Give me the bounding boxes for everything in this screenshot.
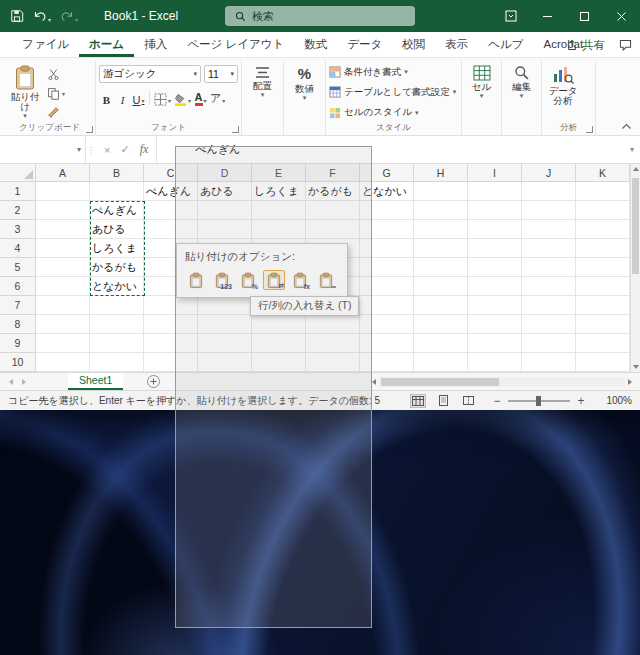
cell-F2[interactable] — [306, 201, 360, 220]
sheet-tab-sheet1[interactable]: Sheet1 — [68, 373, 123, 390]
page-break-view-button[interactable] — [460, 394, 476, 408]
paste-option-transpose[interactable]: ⇄ — [263, 270, 285, 290]
sheet-nav-left-icon[interactable] — [9, 379, 13, 385]
cell-H6[interactable] — [414, 277, 468, 296]
fill-color-button[interactable]: ▾ — [173, 89, 192, 106]
fill-color-dropdown-arrow[interactable]: ▾ — [188, 97, 191, 106]
cell-C10[interactable] — [144, 353, 198, 372]
cell-K5[interactable] — [576, 258, 630, 277]
cell-H5[interactable] — [414, 258, 468, 277]
cell-B2[interactable]: ぺんぎん — [90, 201, 144, 220]
row-header-1[interactable]: 1 — [0, 182, 36, 201]
cell-I6[interactable] — [468, 277, 522, 296]
row-header-4[interactable]: 4 — [0, 239, 36, 258]
cell-G4[interactable] — [360, 239, 414, 258]
cell-J7[interactable] — [522, 296, 576, 315]
cell-H8[interactable] — [414, 315, 468, 334]
cell-I5[interactable] — [468, 258, 522, 277]
cell-E9[interactable] — [252, 334, 306, 353]
cell-G6[interactable] — [360, 277, 414, 296]
collapse-ribbon-button[interactable] — [621, 123, 632, 130]
ribbon-tab-formulas[interactable]: 数式 — [294, 32, 337, 57]
search-box[interactable] — [225, 6, 415, 26]
row-header-2[interactable]: 2 — [0, 201, 36, 220]
cell-G2[interactable] — [360, 201, 414, 220]
cell-B6[interactable]: となかい — [90, 277, 144, 296]
data-analysis-button[interactable]: データ分析 — [545, 62, 581, 122]
cell-J10[interactable] — [522, 353, 576, 372]
column-header-C[interactable]: C — [144, 164, 198, 182]
row-header-5[interactable]: 5 — [0, 258, 36, 277]
cell-E10[interactable] — [252, 353, 306, 372]
cell-I2[interactable] — [468, 201, 522, 220]
page-layout-view-button[interactable] — [435, 394, 451, 408]
scroll-up-icon[interactable] — [633, 167, 639, 171]
normal-view-button[interactable] — [410, 394, 426, 408]
ribbon-tab-file[interactable]: ファイル — [12, 32, 79, 57]
ribbon-tab-data[interactable]: データ — [337, 32, 392, 57]
dialog-launcher-icon[interactable] — [86, 126, 93, 133]
cell-D10[interactable] — [198, 353, 252, 372]
dialog-launcher-icon[interactable] — [232, 126, 239, 133]
row-header-7[interactable]: 7 — [0, 296, 36, 315]
cell-B3[interactable]: あひる — [90, 220, 144, 239]
dialog-launcher-icon[interactable] — [586, 126, 593, 133]
cell-C1[interactable]: ぺんぎん — [144, 182, 198, 201]
borders-dropdown-arrow[interactable]: ▾ — [168, 97, 171, 106]
cell-J4[interactable] — [522, 239, 576, 258]
cell-J1[interactable] — [522, 182, 576, 201]
undo-button[interactable]: ▾ — [33, 10, 51, 23]
cell-E2[interactable] — [252, 201, 306, 220]
cell-G8[interactable] — [360, 315, 414, 334]
cell-K1[interactable] — [576, 182, 630, 201]
cell-C8[interactable] — [144, 315, 198, 334]
cell-H7[interactable] — [414, 296, 468, 315]
copy-button[interactable]: ▾ — [45, 85, 67, 101]
cell-B1[interactable] — [90, 182, 144, 201]
cell-I3[interactable] — [468, 220, 522, 239]
paste-button[interactable]: 貼り付け ▾ — [7, 62, 43, 122]
cell-A7[interactable] — [36, 296, 90, 315]
copy-dropdown-arrow[interactable]: ▾ — [62, 90, 65, 97]
cell-I9[interactable] — [468, 334, 522, 353]
select-all-corner[interactable] — [0, 164, 36, 182]
cells-button[interactable]: セル ▾ — [465, 62, 498, 122]
redo-dropdown-arrow[interactable]: ▾ — [75, 17, 78, 23]
formula-input[interactable]: ぺんぎん — [157, 142, 624, 157]
cell-A5[interactable] — [36, 258, 90, 277]
cell-styles-button[interactable]: セルのスタイル ▾ — [329, 104, 458, 122]
paste-option-values[interactable]: 123 — [211, 270, 233, 290]
cell-D1[interactable]: あひる — [198, 182, 252, 201]
horizontal-scroll-track[interactable] — [379, 377, 625, 387]
editing-dropdown-arrow[interactable]: ▾ — [520, 93, 524, 99]
cell-B8[interactable] — [90, 315, 144, 334]
cell-K10[interactable] — [576, 353, 630, 372]
undo-dropdown-arrow[interactable]: ▾ — [48, 17, 51, 23]
italic-button[interactable]: I — [115, 89, 130, 106]
cell-H4[interactable] — [414, 239, 468, 258]
row-header-6[interactable]: 6 — [0, 277, 36, 296]
ribbon-display-options-button[interactable] — [492, 0, 529, 32]
cell-H1[interactable] — [414, 182, 468, 201]
cell-E1[interactable]: しろくま — [252, 182, 306, 201]
cell-K3[interactable] — [576, 220, 630, 239]
row-header-9[interactable]: 9 — [0, 334, 36, 353]
row-header-3[interactable]: 3 — [0, 220, 36, 239]
font-name-select[interactable]: 游ゴシック ▾ — [99, 65, 201, 83]
font-size-select[interactable]: 11 ▾ — [204, 65, 238, 83]
font-color-button[interactable]: A ▾ — [193, 89, 208, 106]
cell-B9[interactable] — [90, 334, 144, 353]
cell-A4[interactable] — [36, 239, 90, 258]
paste-option-formulas[interactable]: % — [237, 270, 259, 290]
bold-button[interactable]: B — [99, 89, 114, 106]
column-header-B[interactable]: B — [90, 164, 144, 182]
close-button[interactable] — [603, 0, 640, 32]
cell-J9[interactable] — [522, 334, 576, 353]
ribbon-tab-insert[interactable]: 挿入 — [134, 32, 177, 57]
scroll-down-icon[interactable] — [633, 365, 639, 369]
cell-J2[interactable] — [522, 201, 576, 220]
cell-C2[interactable] — [144, 201, 198, 220]
cell-A9[interactable] — [36, 334, 90, 353]
cell-J8[interactable] — [522, 315, 576, 334]
cell-E8[interactable] — [252, 315, 306, 334]
